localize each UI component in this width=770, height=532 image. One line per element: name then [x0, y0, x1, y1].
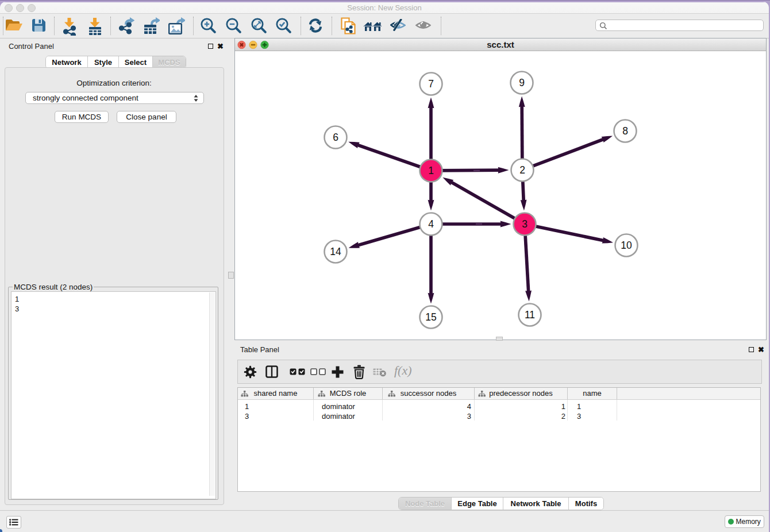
svg-text:2: 2 — [519, 164, 525, 176]
svg-text:15: 15 — [425, 311, 436, 323]
svg-text:11: 11 — [525, 309, 535, 321]
svg-text:9: 9 — [519, 77, 525, 88]
svg-text:1: 1 — [428, 165, 434, 176]
svg-text:14: 14 — [330, 246, 341, 257]
svg-text:3: 3 — [522, 218, 528, 230]
svg-text:10: 10 — [621, 240, 632, 251]
svg-text:6: 6 — [333, 132, 338, 143]
svg-text:8: 8 — [622, 125, 628, 137]
svg-text:7: 7 — [428, 78, 434, 90]
svg-text:4: 4 — [428, 218, 434, 230]
